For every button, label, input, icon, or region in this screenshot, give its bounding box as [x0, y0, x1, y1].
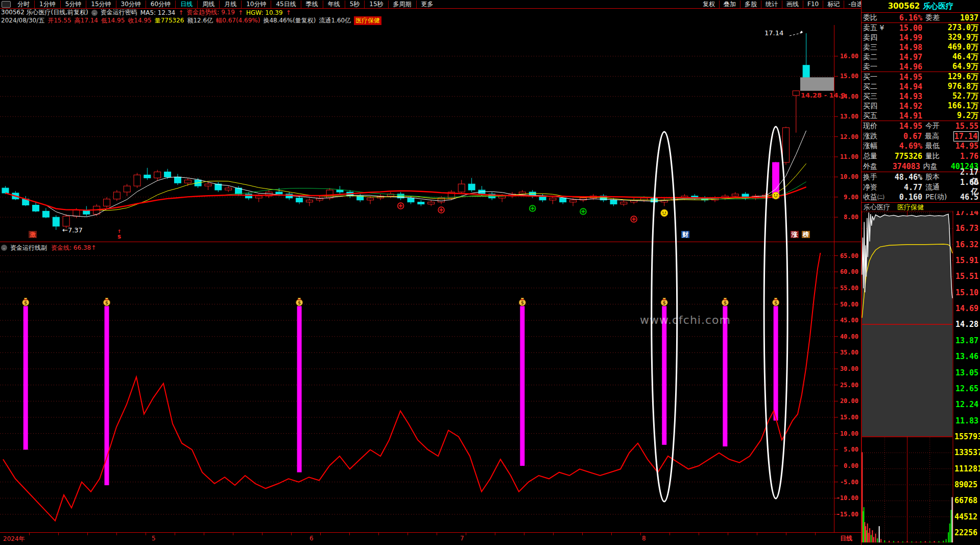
menu-item-周线[interactable]: 周线: [197, 1, 219, 8]
svg-text:10.00: 10.00: [840, 173, 858, 180]
event-marker-s[interactable]: ↑s: [116, 230, 123, 240]
menu-item-10分钟[interactable]: 10分钟: [241, 1, 271, 8]
period-menu: 分时1分钟5分钟15分钟30分钟60分钟日线周线月线10分钟45日线季线年线5秒…: [13, 1, 438, 8]
menu-item-多周期[interactable]: 多周期: [388, 1, 416, 8]
svg-text:14.69: 14.69: [955, 304, 978, 313]
stat-value: 46.5: [954, 193, 978, 202]
daily-info-row: 2024/08/30/五开15.55高17.14低14.95收14.95量775…: [1, 16, 385, 25]
tool-统计[interactable]: 统计: [761, 1, 782, 8]
stat-label: 净资: [863, 183, 893, 192]
order-label: 卖五 ¥: [863, 23, 893, 33]
info-seg: 量775326: [155, 16, 184, 25]
svg-text:$: $: [298, 300, 301, 305]
menu-item-更多[interactable]: 更多: [416, 1, 438, 8]
title-seg: ↑: [178, 9, 183, 16]
svg-text:$: $: [724, 300, 727, 305]
money-bag-icon: $: [104, 298, 110, 306]
title-seg: 资金运行密码: [101, 8, 137, 17]
stat-value: 4.77: [893, 183, 922, 192]
tool-标记[interactable]: 标记: [823, 1, 844, 8]
svg-text:$: $: [663, 300, 666, 305]
svg-text:22256: 22256: [954, 528, 977, 537]
svg-text:44512: 44512: [954, 512, 977, 522]
buy-row[interactable]: 买三14.9352.7万: [862, 91, 980, 101]
indicator-up-arrow: ↑: [91, 244, 96, 251]
event-marker-榜[interactable]: 榜: [802, 231, 810, 238]
info-seg: 医疗保健: [354, 16, 381, 25]
menu-item-季线[interactable]: 季线: [301, 1, 323, 8]
menu-item-分时[interactable]: 分时: [13, 1, 34, 8]
quote-stats: 现价14.95今开15.55涨跌0.67最高17.14涨幅4.69%最低14.9…: [862, 121, 980, 172]
svg-text:15.00: 15.00: [840, 73, 858, 80]
stock-name: 乐心医疗: [923, 2, 953, 11]
order-volume: 129.6万: [922, 72, 978, 82]
sell-row[interactable]: 卖三14.98469.0万: [862, 42, 980, 52]
menu-item-15分钟[interactable]: 15分钟: [86, 1, 115, 8]
sell-row[interactable]: 卖四14.99329.9万: [862, 33, 980, 42]
svg-text:13.46: 13.46: [955, 352, 978, 361]
panel-divider: [0, 242, 861, 242]
svg-text:45.00: 45.00: [840, 317, 858, 324]
order-volume: 469.0万: [922, 42, 978, 52]
indicator-chart[interactable]: $$$$$$$: [0, 253, 834, 532]
menu-item-15秒[interactable]: 15秒: [364, 1, 388, 8]
svg-text:$: $: [774, 300, 777, 305]
tool-F10[interactable]: F10: [803, 1, 823, 8]
info-seg: 2024/08/30/五: [1, 16, 44, 25]
weibi-value: 6.16%: [893, 13, 922, 22]
info-seg: 换48.46%(量复权): [263, 16, 316, 25]
svg-text:133537: 133537: [954, 448, 980, 457]
stat-value: 1.76: [954, 152, 978, 161]
tool-画线[interactable]: 画线: [782, 1, 803, 8]
stat-row: 涨跌0.67最高17.14: [862, 131, 980, 141]
order-price: 14.93: [893, 92, 922, 101]
tool-叠加[interactable]: 叠加: [719, 1, 740, 8]
svg-text:20.00: 20.00: [840, 397, 858, 405]
intraday-mini-chart[interactable]: 17.1416.7316.3215.9115.5115.1014.6914.28…: [862, 211, 980, 542]
tool-menu: 复权叠加多股统计画线F10标记-自选返回: [699, 0, 888, 8]
stock-code: 300562: [888, 2, 920, 11]
app-logo-icon[interactable]: [2, 1, 11, 8]
weibi-row: 委比 6.16% 委差 1037: [862, 13, 980, 22]
menu-item-5秒[interactable]: 5秒: [345, 1, 365, 8]
stat-value: 17.14: [953, 132, 978, 141]
menu-item-5分钟[interactable]: 5分钟: [60, 1, 86, 8]
order-price: 14.95: [893, 73, 922, 82]
event-marker-涨[interactable]: 涨: [791, 231, 799, 238]
sell-row[interactable]: 卖五 ¥15.00273.0万: [862, 23, 980, 33]
sell-row[interactable]: 卖一14.9664.9万: [862, 62, 980, 72]
sell-row[interactable]: 卖二14.9746.4万: [862, 52, 980, 62]
buy-row[interactable]: 买二14.94976.8万: [862, 82, 980, 91]
buy-row[interactable]: 买五14.919.2万: [862, 111, 980, 121]
stat-row: 收益㈡0.160PE(动)46.5: [862, 193, 980, 203]
indicator-name[interactable]: 资金运行线副: [10, 244, 47, 252]
menu-item-日线[interactable]: 日线: [175, 1, 197, 8]
order-price: 14.92: [893, 102, 922, 111]
dropdown-circle-icon[interactable]: ⌄: [91, 10, 98, 16]
menu-item-1分钟[interactable]: 1分钟: [34, 1, 60, 8]
buy-row[interactable]: 买四14.92166.1万: [862, 101, 980, 111]
order-label: 买五: [863, 111, 893, 121]
stat-label: PE(动): [925, 193, 954, 202]
menu-item-30分钟[interactable]: 30分钟: [116, 1, 146, 8]
svg-text:-15.00: -15.00: [836, 511, 858, 518]
order-volume: 52.7万: [922, 91, 978, 101]
tool-多股[interactable]: 多股: [740, 1, 761, 8]
main-candlestick-chart[interactable]: [0, 25, 834, 242]
event-marker-激[interactable]: 激: [29, 231, 37, 238]
svg-text:35.00: 35.00: [840, 349, 858, 356]
collapse-icon[interactable]: ⌄: [1, 245, 7, 251]
menu-item-45日线[interactable]: 45日线: [271, 1, 300, 8]
svg-text:5.00: 5.00: [844, 446, 858, 453]
menu-item-月线[interactable]: 月线: [219, 1, 241, 8]
buy-row[interactable]: 买一14.95129.6万: [862, 72, 980, 82]
order-price: 14.94: [893, 82, 922, 91]
svg-text:12.24: 12.24: [955, 400, 978, 409]
month-label-5: 5: [152, 535, 156, 542]
svg-text:11.83: 11.83: [955, 416, 978, 425]
tool-复权[interactable]: 复权: [699, 1, 719, 8]
menu-item-60分钟[interactable]: 60分钟: [146, 1, 175, 8]
svg-text:25.00: 25.00: [840, 382, 858, 389]
menu-item-年线[interactable]: 年线: [323, 1, 345, 8]
event-marker-财[interactable]: 财: [681, 231, 689, 238]
